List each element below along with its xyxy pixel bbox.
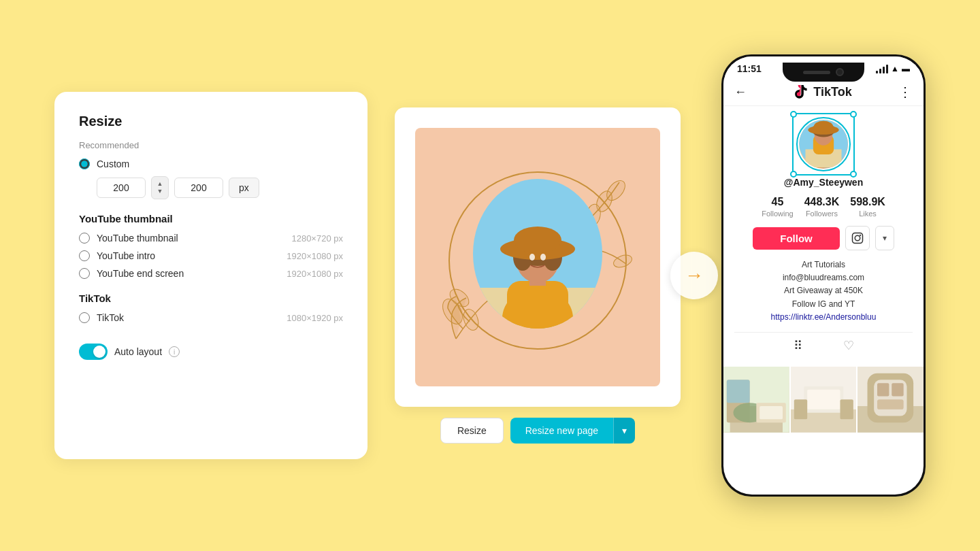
width-input[interactable] (97, 178, 146, 198)
svg-rect-43 (794, 399, 806, 419)
resize-new-dropdown[interactable]: ▾ (613, 418, 635, 444)
dimension-row: ▲ ▼ px (97, 176, 343, 199)
height-input[interactable] (174, 178, 223, 198)
stats-row: 45 Following 448.3K Followers 598.9K Lik… (762, 196, 885, 218)
svg-rect-51 (877, 399, 904, 409)
youtube-intro-size: 1920×1080 px (287, 251, 343, 261)
stat-likes: 598.9K Likes (850, 196, 885, 218)
bio-line-4: Follow IG and YT (740, 298, 907, 311)
status-time: 11:51 (737, 63, 762, 74)
youtube-endscreen-size: 1920×1080 px (287, 269, 343, 279)
youtube-endscreen-radio[interactable] (79, 268, 90, 279)
youtube-endscreen-option[interactable]: YouTube end screen 1920×1080 px (79, 268, 343, 279)
recommended-label: Recommended (79, 140, 343, 150)
canvas-area: Resize Resize new page ▾ → (395, 107, 681, 444)
youtube-intro-radio[interactable] (79, 250, 90, 261)
profile-section: @Amy_Steeywen 45 Following 448.3K Follow… (723, 106, 924, 367)
liked-tab-icon[interactable]: ♡ (843, 338, 854, 353)
following-count: 45 (772, 196, 784, 208)
panel-title: Resize (79, 114, 343, 129)
instagram-button[interactable] (845, 226, 870, 250)
stat-followers: 448.3K Followers (804, 196, 840, 218)
custom-option[interactable]: Custom (79, 158, 343, 169)
custom-radio[interactable] (79, 158, 90, 169)
youtube-thumbnail-radio[interactable] (79, 233, 90, 244)
svg-point-21 (540, 254, 546, 261)
info-icon[interactable]: i (169, 346, 180, 357)
svg-point-20 (529, 254, 535, 261)
portrait-image (470, 176, 606, 339)
follow-button[interactable]: Follow (753, 227, 840, 250)
svg-rect-50 (892, 383, 904, 396)
phone-mockup: 11:51 ▲ ▬ ← (721, 54, 926, 497)
instagram-icon (851, 232, 864, 244)
svg-rect-35 (727, 380, 750, 403)
followers-count: 448.3K (804, 196, 840, 208)
likes-label: Likes (859, 210, 877, 218)
arrow-circle: → (670, 252, 718, 299)
speaker (803, 71, 830, 74)
stat-following: 45 Following (762, 196, 793, 218)
tiktok-label: TikTok (97, 312, 124, 323)
signal-icon (876, 65, 888, 73)
portrait-svg (470, 176, 606, 339)
youtube-thumbnail-size: 1280×720 px (291, 233, 343, 244)
handle-tl[interactable] (790, 111, 797, 118)
post-image-1 (723, 367, 789, 433)
svg-point-31 (860, 235, 861, 236)
youtube-intro-label: YouTube intro (97, 250, 155, 261)
tiktok-radio[interactable] (79, 312, 90, 323)
tiktok-option[interactable]: TikTok 1080×1920 px (79, 312, 343, 323)
more-options-icon[interactable]: ⋮ (898, 84, 913, 100)
phone-notch (783, 63, 864, 82)
svg-rect-38 (760, 406, 783, 419)
svg-rect-42 (807, 390, 840, 410)
canvas-card (395, 107, 681, 407)
tiktok-logo-icon (793, 84, 809, 100)
arrow-icon: → (685, 265, 704, 286)
following-label: Following (762, 210, 793, 218)
dropdown-button[interactable]: ▾ (875, 226, 894, 250)
stepper[interactable]: ▲ ▼ (151, 176, 169, 199)
bio-link[interactable]: https://linktr.ee/Andersonbluu (740, 311, 907, 324)
svg-point-28 (814, 121, 833, 133)
youtube-intro-option[interactable]: YouTube intro 1920×1080 px (79, 250, 343, 261)
battery-icon: ▬ (902, 64, 910, 73)
svg-rect-44 (840, 399, 853, 419)
unit-display: px (229, 178, 259, 198)
tiktok-section-heading: TikTok (79, 293, 343, 304)
custom-label: Custom (97, 158, 129, 169)
grid-tab-icon[interactable]: ⠿ (794, 338, 802, 353)
bio-line-3: Art Giveaway at 450K (740, 284, 907, 297)
auto-layout-toggle[interactable] (79, 344, 108, 360)
resize-new-button[interactable]: Resize new page (510, 418, 613, 444)
resize-button[interactable]: Resize (440, 418, 504, 444)
svg-point-19 (514, 227, 561, 254)
svg-point-7 (612, 253, 634, 270)
youtube-section-heading: YouTube thumbnail (79, 213, 343, 224)
back-button[interactable]: ← (734, 85, 747, 99)
room-svg-2 (791, 367, 857, 433)
phone-body: 11:51 ▲ ▬ ← (721, 54, 926, 497)
svg-point-30 (855, 235, 860, 241)
username: @Amy_Steeywen (784, 177, 863, 188)
handle-tr[interactable] (850, 111, 857, 118)
bio-section: Art Tutorials info@bluudreams.com Art Gi… (734, 258, 913, 324)
tiktok-navbar: ← TikTok ⋮ (723, 78, 924, 106)
toggle-knob (93, 346, 105, 358)
grid-cell-2 (791, 367, 857, 433)
youtube-endscreen-label: YouTube end screen (97, 268, 184, 279)
room-svg-3 (858, 367, 924, 433)
avatar-image (799, 120, 848, 169)
posts-grid (723, 367, 924, 495)
auto-layout-row: Auto layout i (79, 344, 343, 360)
bio-line-1: Art Tutorials (740, 258, 907, 271)
wifi-icon: ▲ (891, 64, 899, 73)
bio-line-2: info@bluudreams.com (740, 271, 907, 284)
avatar-wrapper (796, 117, 851, 171)
followers-label: Followers (806, 210, 838, 218)
grid-cell-3 (858, 367, 924, 433)
post-image-2 (791, 367, 857, 433)
resize-new-group: Resize new page ▾ (510, 418, 635, 444)
youtube-thumbnail-option[interactable]: YouTube thumbnail 1280×720 px (79, 233, 343, 244)
